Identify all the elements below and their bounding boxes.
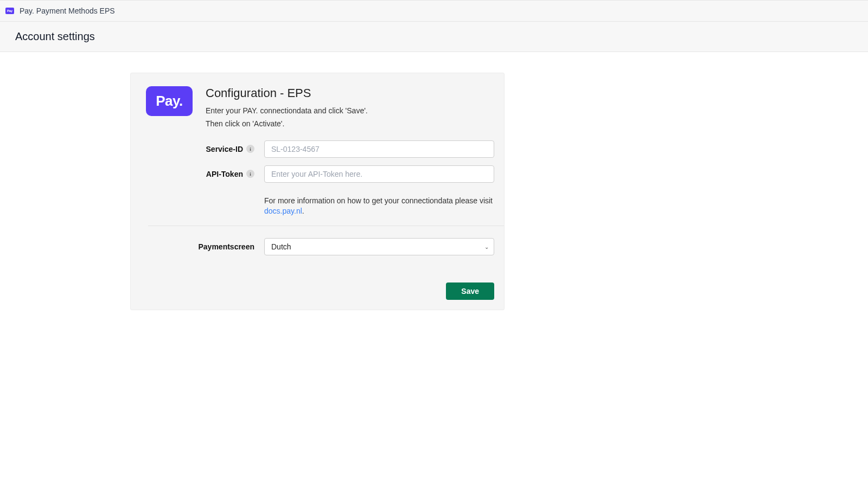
credentials-section: Service-ID i API-Token i <box>141 140 494 217</box>
api-token-input[interactable] <box>264 165 494 183</box>
help-text: For more information on how to get your … <box>264 190 494 217</box>
docs-link[interactable]: docs.pay.nl <box>264 207 302 215</box>
config-header: Pay. Configuration - EPS Enter your PAY.… <box>141 86 494 131</box>
page-title-bar: Account settings <box>0 22 868 52</box>
content-area: Pay. Configuration - EPS Enter your PAY.… <box>0 52 868 310</box>
row-api-token: API-Token i <box>141 165 494 183</box>
help-suffix: . <box>302 207 304 215</box>
label-paymentscreen-text: Paymentscreen <box>198 242 254 251</box>
save-button[interactable]: Save <box>446 282 494 300</box>
help-prefix: For more information on how to get your … <box>264 196 493 205</box>
config-card: Pay. Configuration - EPS Enter your PAY.… <box>130 73 505 310</box>
page-title: Account settings <box>15 30 95 43</box>
pay-logo-badge: Pay. <box>146 86 193 116</box>
section-divider <box>148 226 504 226</box>
app-logo-icon: Pay <box>5 8 14 14</box>
paymentscreen-select[interactable]: Dutch <box>264 238 494 255</box>
label-paymentscreen: Paymentscreen <box>141 242 264 251</box>
paymentscreen-select-wrap: Dutch ⌄ <box>264 238 494 255</box>
app-title: Pay. Payment Methods EPS <box>20 7 115 15</box>
row-service-id: Service-ID i <box>141 140 494 158</box>
info-icon[interactable]: i <box>246 170 254 178</box>
row-paymentscreen: Paymentscreen Dutch ⌄ <box>141 238 494 255</box>
config-heading: Configuration - EPS <box>206 86 368 100</box>
config-intro-1: Enter your PAY. connectiondata and click… <box>206 105 368 118</box>
app-logo-text: Pay <box>7 9 12 12</box>
label-api-token: API-Token i <box>141 170 264 178</box>
service-id-input[interactable] <box>264 140 494 158</box>
label-service-id: Service-ID i <box>141 145 264 153</box>
app-topbar: Pay Pay. Payment Methods EPS <box>0 0 868 22</box>
row-help: For more information on how to get your … <box>141 190 494 217</box>
info-icon[interactable]: i <box>246 145 254 153</box>
config-header-text: Configuration - EPS Enter your PAY. conn… <box>206 86 368 131</box>
actions-row: Save <box>141 282 494 300</box>
pay-logo-text: Pay. <box>156 93 183 110</box>
label-api-token-text: API-Token <box>206 170 243 178</box>
config-intro-2: Then click on 'Activate'. <box>206 118 368 131</box>
label-service-id-text: Service-ID <box>206 145 243 153</box>
